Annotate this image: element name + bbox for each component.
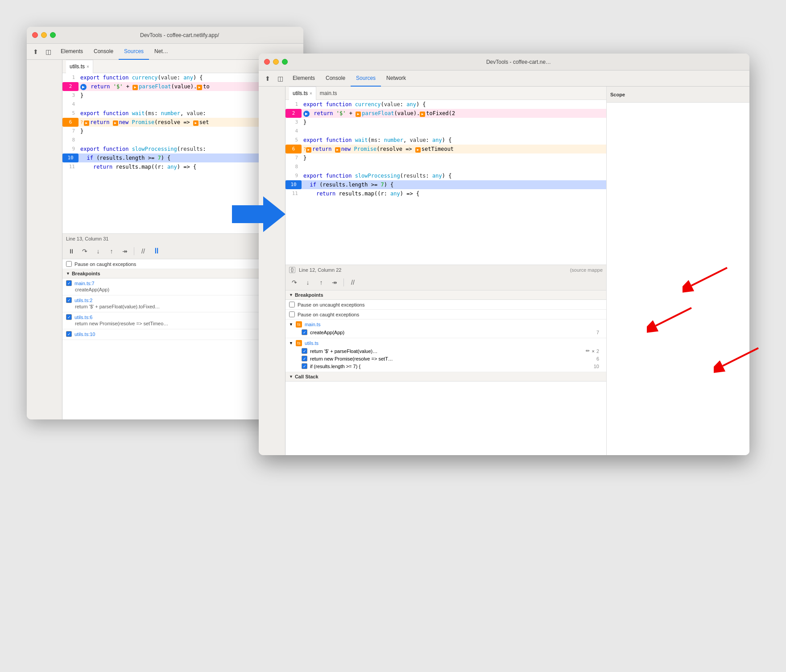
front-resume-button[interactable]: ↷ bbox=[289, 277, 300, 288]
pause-exceptions-button[interactable]: ⏸ bbox=[151, 246, 162, 257]
back-file-tab-utils[interactable]: utils.ts × bbox=[66, 60, 93, 73]
front-breakpoints-header[interactable]: ▼ Breakpoints bbox=[285, 290, 606, 300]
main-group-arrow-icon: ▼ bbox=[289, 322, 293, 327]
front-file-tab-utils[interactable]: utils.ts × bbox=[289, 87, 316, 100]
utils6-bp-label: utils.ts:6 bbox=[74, 315, 92, 320]
utils6-code: return new Promise(resolve => setT… bbox=[310, 356, 393, 361]
front-debugger-toolbar: ↷ ↓ ↑ ↠ // bbox=[285, 274, 606, 290]
svg-line-2 bbox=[691, 268, 727, 286]
main-ts-file-icon: ts bbox=[296, 321, 302, 328]
front-step-out-button[interactable]: ↠ bbox=[329, 277, 340, 288]
main-bp-code: createApp(App) bbox=[75, 287, 109, 292]
front-layers-icon[interactable]: ◫ bbox=[275, 73, 285, 84]
front-cursor-icon[interactable]: ⬆ bbox=[262, 73, 273, 84]
front-bp-utils-header[interactable]: ▼ ts utils.ts bbox=[289, 340, 603, 346]
utils6-bp-checkbox[interactable]: ✓ bbox=[66, 314, 72, 320]
tab-sources[interactable]: Sources bbox=[119, 44, 149, 60]
front-pause-caught-checkbox[interactable] bbox=[289, 311, 295, 317]
front-traffic-lights bbox=[264, 59, 288, 65]
front-bp-utils2: ✓ return '$' + parseFloat(value)… ✏ × 2 bbox=[289, 347, 603, 355]
utils10-checkbox[interactable]: ✓ bbox=[302, 363, 307, 369]
front-sidebar bbox=[259, 87, 285, 455]
tab-elements[interactable]: Elements bbox=[55, 44, 88, 60]
front-bp-main-group: ▼ ts main.ts ✓ createApp(App) 7 bbox=[285, 319, 606, 338]
front-breakpoints-arrow-icon: ▼ bbox=[289, 293, 293, 297]
svg-line-6 bbox=[723, 348, 758, 366]
toolbar-separator bbox=[134, 247, 134, 255]
front-file-tabs: utils.ts × main.ts bbox=[285, 87, 606, 100]
main-ts-label: main.ts bbox=[305, 322, 320, 327]
cursor-icon[interactable]: ⬆ bbox=[30, 46, 41, 57]
scope-label: Scope bbox=[610, 92, 625, 97]
front-pause-uncaught-checkbox[interactable] bbox=[289, 302, 295, 307]
front-tab-network[interactable]: Network bbox=[381, 71, 411, 87]
createapp-line: 7 bbox=[596, 330, 599, 335]
front-step-into-button[interactable]: ↑ bbox=[316, 277, 327, 288]
front-code-panel: utils.ts × main.ts 1 export function cur… bbox=[285, 87, 607, 455]
createapp-checkbox[interactable]: ✓ bbox=[302, 329, 307, 335]
front-code-line-10: 10 if (results.length >= 7) { bbox=[285, 180, 606, 189]
svg-line-4 bbox=[656, 308, 691, 326]
pause-caught-checkbox[interactable] bbox=[66, 261, 72, 267]
breakpoint-icon2: ▶ bbox=[197, 85, 202, 90]
front-code-line-8: 8 bbox=[285, 162, 606, 171]
front-code-line-9: 9 export function slowProcessing(results… bbox=[285, 171, 606, 180]
continue-button[interactable]: ↠ bbox=[120, 246, 130, 257]
front-utils-tab-label: utils.ts bbox=[293, 90, 308, 96]
back-file-tab-close[interactable]: × bbox=[87, 64, 89, 69]
front-main-tab-label: main.ts bbox=[320, 90, 337, 96]
fullscreen-button[interactable] bbox=[50, 32, 56, 38]
step-over-button[interactable]: ↷ bbox=[79, 246, 90, 257]
red-arrow-uncaught bbox=[683, 263, 736, 301]
utils6-checkbox[interactable]: ✓ bbox=[302, 356, 307, 361]
utils10-bp-checkbox[interactable]: ✓ bbox=[66, 331, 72, 337]
tab-network[interactable]: Net… bbox=[149, 44, 174, 60]
step-out-button[interactable]: ↑ bbox=[106, 246, 117, 257]
front-fullscreen-button[interactable] bbox=[282, 59, 288, 65]
pause-resume-button[interactable]: ⏸ bbox=[66, 246, 77, 257]
front-utils-tab-close[interactable]: × bbox=[310, 91, 312, 96]
remove-bp-icon[interactable]: × bbox=[592, 348, 594, 354]
source-map-icon: {} bbox=[289, 267, 295, 273]
red-arrow-main-ts bbox=[647, 303, 700, 341]
utils2-checkbox[interactable]: ✓ bbox=[302, 348, 307, 354]
utils2-code: return '$' + parseFloat(value)… bbox=[310, 348, 377, 354]
front-pause-uncaught-label: Pause on uncaught exceptions bbox=[298, 302, 364, 307]
comparison-arrow bbox=[232, 196, 285, 234]
front-code-line-5: 5 export function wait(ms: number, value… bbox=[285, 136, 606, 145]
debug-arrow-icon: ▶ bbox=[80, 84, 87, 90]
tab-console[interactable]: Console bbox=[88, 44, 119, 60]
front-deactivate-breakpoints-button[interactable]: // bbox=[347, 277, 358, 288]
front-step-over-button[interactable]: ↓ bbox=[302, 277, 313, 288]
close-button[interactable] bbox=[32, 32, 38, 38]
front-bp-main-createapp: ✓ createApp(App) 7 bbox=[289, 328, 603, 336]
front-code-line-7: 7 } bbox=[285, 153, 606, 162]
step-into-button[interactable]: ↓ bbox=[93, 246, 103, 257]
breakpoints-header-label: Breakpoints bbox=[72, 271, 100, 276]
back-titlebar: DevTools - coffee-cart.netlify.app/ bbox=[27, 27, 303, 44]
utils2-bp-code: return '$' + parseFloat(value).toFixed… bbox=[75, 304, 160, 309]
utils2-bp-checkbox[interactable]: ✓ bbox=[66, 297, 72, 303]
front-tab-elements[interactable]: Elements bbox=[287, 71, 320, 87]
layers-icon[interactable]: ◫ bbox=[43, 46, 54, 57]
front-file-tab-main[interactable]: main.ts bbox=[316, 87, 341, 100]
edit-bp-icon[interactable]: ✏ bbox=[586, 348, 590, 354]
front-call-stack-header[interactable]: ▼ Call Stack bbox=[285, 372, 606, 382]
back-sources-sidebar bbox=[27, 60, 62, 419]
front-code-line-4: 4 bbox=[285, 127, 606, 136]
front-bp-main-header[interactable]: ▼ ts main.ts bbox=[289, 321, 603, 328]
front-tab-console[interactable]: Console bbox=[320, 71, 351, 87]
front-bp-utils6: ✓ return new Promise(resolve => setT… 6 bbox=[289, 355, 603, 362]
front-titlebar: DevTools - coffee-cart.ne… bbox=[259, 54, 749, 71]
front-minimize-button[interactable] bbox=[273, 59, 279, 65]
main-bp-checkbox[interactable]: ✓ bbox=[66, 280, 72, 286]
minimize-button[interactable] bbox=[41, 32, 47, 38]
front-close-button[interactable] bbox=[264, 59, 270, 65]
front-code-editor: 1 export function currency(value: any) {… bbox=[285, 100, 606, 265]
front-tab-sources[interactable]: Sources bbox=[351, 71, 381, 87]
front-code-line-6: 6 ?▶return ▶new Promise(resolve => ▶setT… bbox=[285, 145, 606, 153]
pause-caught-label: Pause on caught exceptions bbox=[74, 261, 136, 267]
front-window-title: DevTools - coffee-cart.ne… bbox=[293, 59, 744, 65]
front-bp-utils10: ✓ if (results.length >= 7) { 10 bbox=[289, 362, 603, 370]
deactivate-breakpoints-button[interactable]: // bbox=[138, 246, 149, 257]
